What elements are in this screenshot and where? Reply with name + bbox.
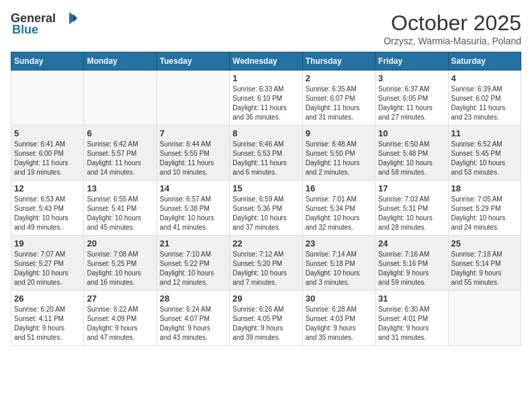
day-number: 5 bbox=[14, 128, 81, 138]
calendar-cell: 5Sunrise: 6:41 AMSunset: 6:00 PMDaylight… bbox=[11, 126, 84, 181]
day-info: Sunrise: 6:33 AMSunset: 6:10 PMDaylight:… bbox=[232, 85, 299, 122]
day-info: Sunrise: 6:44 AMSunset: 5:55 PMDaylight:… bbox=[160, 140, 226, 177]
day-number: 10 bbox=[378, 128, 445, 138]
calendar-cell bbox=[448, 291, 521, 346]
logo: General Blue bbox=[11, 11, 77, 37]
day-number: 31 bbox=[378, 293, 445, 304]
month-title: October 2025 bbox=[384, 11, 521, 36]
day-info: Sunrise: 6:30 AMSunset: 4:01 PMDaylight:… bbox=[378, 305, 445, 342]
calendar-cell: 11Sunrise: 6:52 AMSunset: 5:45 PMDayligh… bbox=[448, 126, 521, 181]
calendar-cell: 6Sunrise: 6:42 AMSunset: 5:57 PMDaylight… bbox=[84, 126, 157, 181]
day-info: Sunrise: 7:14 AMSunset: 5:18 PMDaylight:… bbox=[306, 250, 372, 287]
day-info: Sunrise: 7:16 AMSunset: 5:16 PMDaylight:… bbox=[378, 250, 445, 287]
day-info: Sunrise: 6:57 AMSunset: 5:38 PMDaylight:… bbox=[160, 195, 226, 232]
page-header: General Blue October 2025 Orzysz, Warmia… bbox=[11, 11, 521, 46]
calendar-cell bbox=[157, 71, 229, 126]
calendar-cell: 29Sunrise: 6:26 AMSunset: 4:05 PMDayligh… bbox=[230, 291, 302, 346]
day-info: Sunrise: 6:41 AMSunset: 6:00 PMDaylight:… bbox=[14, 140, 81, 177]
day-number: 26 bbox=[14, 293, 81, 304]
calendar-week-row: 26Sunrise: 6:20 AMSunset: 4:11 PMDayligh… bbox=[11, 291, 521, 346]
day-info: Sunrise: 6:48 AMSunset: 5:50 PMDaylight:… bbox=[306, 140, 372, 177]
svg-marker-1 bbox=[73, 14, 77, 22]
day-header-sunday: Sunday bbox=[11, 52, 84, 71]
calendar-cell: 28Sunrise: 6:24 AMSunset: 4:07 PMDayligh… bbox=[157, 291, 229, 346]
calendar-cell bbox=[11, 71, 84, 126]
day-info: Sunrise: 6:28 AMSunset: 4:03 PMDaylight:… bbox=[306, 305, 372, 342]
day-number: 15 bbox=[232, 183, 299, 193]
day-number: 4 bbox=[451, 73, 518, 83]
calendar-cell: 25Sunrise: 7:18 AMSunset: 5:14 PMDayligh… bbox=[448, 236, 521, 291]
day-info: Sunrise: 7:12 AMSunset: 5:20 PMDaylight:… bbox=[232, 250, 299, 287]
day-info: Sunrise: 6:50 AMSunset: 5:48 PMDaylight:… bbox=[378, 140, 445, 177]
calendar-cell: 15Sunrise: 6:59 AMSunset: 5:36 PMDayligh… bbox=[230, 181, 302, 236]
day-info: Sunrise: 7:03 AMSunset: 5:31 PMDaylight:… bbox=[378, 195, 445, 232]
calendar-week-row: 19Sunrise: 7:07 AMSunset: 5:27 PMDayligh… bbox=[11, 236, 521, 291]
day-number: 21 bbox=[160, 238, 226, 248]
day-number: 2 bbox=[306, 73, 372, 83]
calendar-cell: 8Sunrise: 6:46 AMSunset: 5:53 PMDaylight… bbox=[230, 126, 302, 181]
day-number: 1 bbox=[232, 73, 299, 83]
calendar-cell: 1Sunrise: 6:33 AMSunset: 6:10 PMDaylight… bbox=[230, 71, 302, 126]
day-number: 20 bbox=[87, 238, 153, 248]
calendar-cell: 2Sunrise: 6:35 AMSunset: 6:07 PMDaylight… bbox=[302, 71, 375, 126]
calendar-table: SundayMondayTuesdayWednesdayThursdayFrid… bbox=[11, 52, 521, 346]
day-header-saturday: Saturday bbox=[448, 52, 521, 71]
day-number: 9 bbox=[306, 128, 372, 138]
day-number: 22 bbox=[232, 238, 299, 248]
day-info: Sunrise: 6:39 AMSunset: 6:02 PMDaylight:… bbox=[451, 85, 518, 122]
day-info: Sunrise: 6:26 AMSunset: 4:05 PMDaylight:… bbox=[232, 305, 299, 342]
day-number: 3 bbox=[378, 73, 445, 83]
day-number: 18 bbox=[451, 183, 518, 193]
calendar-cell: 21Sunrise: 7:10 AMSunset: 5:22 PMDayligh… bbox=[157, 236, 229, 291]
calendar-cell: 18Sunrise: 7:05 AMSunset: 5:29 PMDayligh… bbox=[448, 181, 521, 236]
day-info: Sunrise: 6:37 AMSunset: 6:05 PMDaylight:… bbox=[378, 85, 445, 122]
day-header-monday: Monday bbox=[84, 52, 157, 71]
day-number: 11 bbox=[451, 128, 518, 138]
day-number: 27 bbox=[87, 293, 153, 304]
calendar-cell: 22Sunrise: 7:12 AMSunset: 5:20 PMDayligh… bbox=[230, 236, 302, 291]
day-header-wednesday: Wednesday bbox=[230, 52, 302, 71]
logo-icon bbox=[57, 11, 77, 26]
calendar-cell: 4Sunrise: 6:39 AMSunset: 6:02 PMDaylight… bbox=[448, 71, 521, 126]
calendar-cell: 10Sunrise: 6:50 AMSunset: 5:48 PMDayligh… bbox=[375, 126, 448, 181]
day-number: 14 bbox=[160, 183, 226, 193]
day-info: Sunrise: 7:18 AMSunset: 5:14 PMDaylight:… bbox=[451, 250, 518, 287]
calendar-cell: 12Sunrise: 6:53 AMSunset: 5:43 PMDayligh… bbox=[11, 181, 84, 236]
day-number: 7 bbox=[160, 128, 226, 138]
day-info: Sunrise: 6:35 AMSunset: 6:07 PMDaylight:… bbox=[306, 85, 372, 122]
calendar-cell: 26Sunrise: 6:20 AMSunset: 4:11 PMDayligh… bbox=[11, 291, 84, 346]
logo-blue-text: Blue bbox=[12, 23, 38, 37]
day-number: 25 bbox=[451, 238, 518, 248]
calendar-cell: 7Sunrise: 6:44 AMSunset: 5:55 PMDaylight… bbox=[157, 126, 229, 181]
day-info: Sunrise: 6:22 AMSunset: 4:09 PMDaylight:… bbox=[87, 305, 153, 342]
day-number: 13 bbox=[87, 183, 153, 193]
day-number: 16 bbox=[306, 183, 372, 193]
day-info: Sunrise: 6:42 AMSunset: 5:57 PMDaylight:… bbox=[87, 140, 153, 177]
day-number: 17 bbox=[378, 183, 445, 193]
calendar-cell: 23Sunrise: 7:14 AMSunset: 5:18 PMDayligh… bbox=[302, 236, 375, 291]
calendar-cell: 17Sunrise: 7:03 AMSunset: 5:31 PMDayligh… bbox=[375, 181, 448, 236]
day-number: 8 bbox=[232, 128, 299, 138]
day-number: 30 bbox=[306, 293, 372, 304]
day-number: 29 bbox=[232, 293, 299, 304]
day-header-friday: Friday bbox=[375, 52, 448, 71]
calendar-cell: 24Sunrise: 7:16 AMSunset: 5:16 PMDayligh… bbox=[375, 236, 448, 291]
day-header-tuesday: Tuesday bbox=[157, 52, 229, 71]
day-number: 24 bbox=[378, 238, 445, 248]
day-info: Sunrise: 6:55 AMSunset: 5:41 PMDaylight:… bbox=[87, 195, 153, 232]
day-info: Sunrise: 6:59 AMSunset: 5:36 PMDaylight:… bbox=[232, 195, 299, 232]
day-info: Sunrise: 6:46 AMSunset: 5:53 PMDaylight:… bbox=[232, 140, 299, 177]
day-number: 23 bbox=[306, 238, 372, 248]
day-number: 19 bbox=[14, 238, 81, 248]
calendar-cell: 14Sunrise: 6:57 AMSunset: 5:38 PMDayligh… bbox=[157, 181, 229, 236]
calendar-week-row: 12Sunrise: 6:53 AMSunset: 5:43 PMDayligh… bbox=[11, 181, 521, 236]
calendar-cell: 30Sunrise: 6:28 AMSunset: 4:03 PMDayligh… bbox=[302, 291, 375, 346]
day-info: Sunrise: 6:53 AMSunset: 5:43 PMDaylight:… bbox=[14, 195, 81, 232]
day-info: Sunrise: 7:08 AMSunset: 5:25 PMDaylight:… bbox=[87, 250, 153, 287]
calendar-cell: 19Sunrise: 7:07 AMSunset: 5:27 PMDayligh… bbox=[11, 236, 84, 291]
calendar-cell: 3Sunrise: 6:37 AMSunset: 6:05 PMDaylight… bbox=[375, 71, 448, 126]
calendar-cell: 9Sunrise: 6:48 AMSunset: 5:50 PMDaylight… bbox=[302, 126, 375, 181]
calendar-cell: 13Sunrise: 6:55 AMSunset: 5:41 PMDayligh… bbox=[84, 181, 157, 236]
calendar-cell: 20Sunrise: 7:08 AMSunset: 5:25 PMDayligh… bbox=[84, 236, 157, 291]
day-info: Sunrise: 7:01 AMSunset: 5:34 PMDaylight:… bbox=[306, 195, 372, 232]
